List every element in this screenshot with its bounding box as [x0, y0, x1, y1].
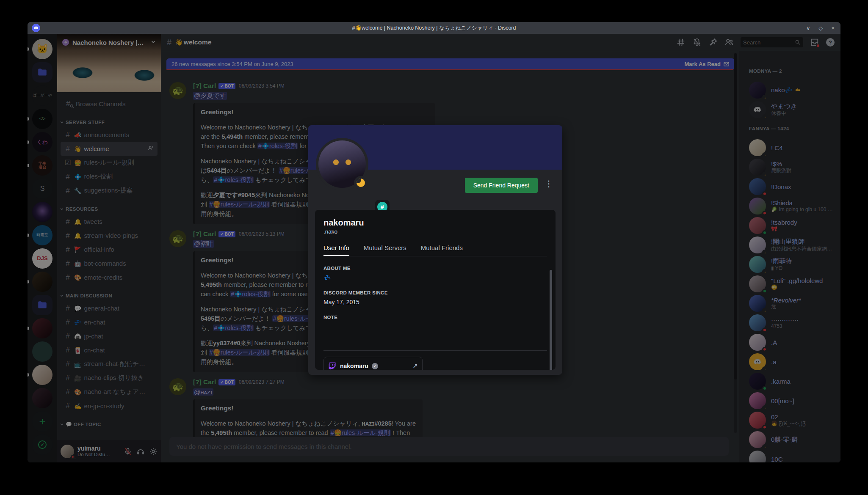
- member-row[interactable]: ! C4: [746, 138, 837, 157]
- message-avatar[interactable]: 🐢: [169, 378, 186, 395]
- notifications-muted-icon[interactable]: [692, 38, 702, 47]
- server-icon-shiguredo[interactable]: 時雨堂: [28, 225, 57, 245]
- member-row[interactable]: !tsabrody🎀: [746, 216, 837, 235]
- channel-link[interactable]: #💠roles-役割: [257, 143, 298, 149]
- note-input[interactable]: [323, 322, 547, 341]
- category-header[interactable]: MAIN DISCUSSION: [57, 292, 161, 301]
- inbox-icon[interactable]: [810, 38, 819, 47]
- channel-stream-chat[interactable]: #📺stream-chat-配信チ…: [61, 357, 158, 371]
- member-row[interactable]: 00[mo~]: [746, 391, 837, 410]
- threads-icon[interactable]: [676, 38, 686, 47]
- channel-bot-commands[interactable]: #🤖bot-commands: [61, 256, 158, 270]
- member-row[interactable]: 02👧 Ƹ(Ӿ_-~<-¸)Ʒ: [746, 410, 837, 430]
- mute-mic-icon[interactable]: [124, 447, 132, 456]
- channel-suggestions[interactable]: #🔧suggestions-提案: [61, 184, 158, 198]
- member-row[interactable]: .karma: [746, 371, 837, 391]
- channel-roles[interactable]: #💠roles-役割: [61, 170, 158, 184]
- member-row[interactable]: .A: [746, 333, 837, 352]
- mark-as-read-button[interactable]: Mark As Read: [685, 61, 730, 67]
- channel-link[interactable]: #💠roles-役割: [230, 291, 270, 297]
- server-icon-girl-dark[interactable]: [28, 388, 57, 408]
- member-row[interactable]: .a: [746, 352, 837, 371]
- channel-rules[interactable]: ☑🍔rules-ルール-規則: [61, 156, 158, 170]
- user-mention[interactable]: @褶叶: [193, 240, 214, 248]
- tab-mutual-friends[interactable]: Mutual Friends: [421, 244, 463, 256]
- minimize-button[interactable]: ∨: [806, 25, 810, 31]
- more-options-icon[interactable]: ⋮: [544, 179, 554, 192]
- server-icon-teal-server[interactable]: [28, 341, 57, 362]
- server-icon-add-server[interactable]: +: [28, 411, 57, 432]
- server-icon-meow-cat[interactable]: 🐱: [28, 39, 57, 59]
- member-row[interactable]: !Donax: [746, 177, 837, 196]
- member-row[interactable]: !雨菲特▮ YO: [746, 255, 837, 274]
- server-icon-girl-red[interactable]: [28, 318, 57, 338]
- channel-emote-credits[interactable]: #🎨emote-credits: [61, 270, 158, 284]
- help-icon[interactable]: ?: [826, 38, 835, 47]
- server-icon-kuwa[interactable]: くわ: [28, 132, 57, 152]
- server-icon-folder-1[interactable]: [28, 62, 57, 82]
- user-mention[interactable]: @ʜᴀᴢɪ: [193, 388, 213, 396]
- member-row[interactable]: !Shieda🥬 Im going to gib u 100 hugs …: [746, 196, 837, 216]
- tab-mutual-servers[interactable]: Mutual Servers: [364, 244, 406, 256]
- category-header[interactable]: RESOURCES: [57, 205, 161, 214]
- pin-icon[interactable]: [708, 38, 718, 47]
- tab-user-info[interactable]: User Info: [323, 244, 349, 256]
- deafen-icon[interactable]: [136, 447, 145, 456]
- server-icon-galaxy[interactable]: [28, 202, 57, 222]
- member-row[interactable]: "Loli" .gg/hololewd😳: [746, 274, 837, 294]
- channel-stream-video-pings[interactable]: #🔔stream-video-pings: [61, 228, 158, 242]
- send-friend-request-button[interactable]: Send Friend Request: [465, 178, 538, 193]
- member-row[interactable]: !開山里狼師由於此訊息不符合國家網路…: [746, 235, 837, 255]
- member-row[interactable]: !$%屁眼派對: [746, 157, 837, 177]
- member-row[interactable]: nako💤: [746, 80, 837, 100]
- search-input[interactable]: [743, 39, 795, 46]
- member-row[interactable]: 10C: [746, 449, 837, 462]
- channel-cn-chat[interactable]: #🀄cn-chat: [61, 343, 158, 357]
- server-icon-folder-2[interactable]: [28, 295, 57, 315]
- channel-general-chat[interactable]: #💬general-chat: [61, 301, 158, 315]
- maximize-button[interactable]: ◇: [818, 25, 823, 31]
- user-mention[interactable]: @夕夏です: [193, 92, 227, 100]
- server-icon-art-server[interactable]: [28, 272, 57, 292]
- close-button[interactable]: ×: [831, 25, 835, 31]
- server-icon-code-server[interactable]: </>: [28, 109, 57, 129]
- server-icon-djs[interactable]: DJS: [28, 248, 57, 269]
- message-author[interactable]: [?] Carl: [193, 230, 216, 238]
- channel-announcements[interactable]: #📣announcements: [61, 128, 158, 142]
- avatar[interactable]: [61, 445, 74, 458]
- scrollbar-thumb[interactable]: [550, 270, 552, 370]
- member-row[interactable]: ·············4753: [746, 313, 837, 333]
- user-info[interactable]: yuimaru Do Not Distu…: [77, 445, 120, 457]
- message-avatar[interactable]: 🐢: [169, 230, 186, 247]
- channel-welcome[interactable]: #👋welcome: [61, 142, 158, 156]
- profile-avatar[interactable]: [316, 138, 368, 190]
- category-header[interactable]: SERVER STUFF: [57, 118, 161, 128]
- server-header[interactable]: ⚘ Nachoneko Noshery |…: [57, 34, 161, 51]
- channel-tweets[interactable]: #🔔tweets: [61, 214, 158, 228]
- channel-link[interactable]: #🍔rules-ルール-規則: [330, 429, 391, 436]
- category-header[interactable]: 💬OFF TOPIC: [57, 421, 161, 430]
- member-row[interactable]: *Revolver*危: [746, 294, 837, 313]
- message-avatar[interactable]: 🐢: [169, 82, 186, 99]
- channel-en-chat[interactable]: #💤en-chat: [61, 315, 158, 329]
- server-icon-bagaya[interactable]: ばーがーや: [28, 85, 57, 106]
- channel-link[interactable]: #💠roles-役割: [213, 176, 253, 183]
- message-author[interactable]: [?] Carl: [193, 82, 216, 90]
- create-invite-icon[interactable]: [147, 145, 154, 153]
- browse-channels[interactable]: # Browse Channels: [61, 96, 158, 111]
- server-icon-girl-white[interactable]: [28, 365, 57, 385]
- member-list-icon[interactable]: [724, 38, 734, 47]
- server-icon-explore[interactable]: [28, 434, 57, 455]
- server-icon-s-server[interactable]: S: [28, 179, 57, 199]
- server-icon-gakusei-network[interactable]: 学生 連合: [28, 155, 57, 176]
- channel-link[interactable]: #🍔rules-ルール-規則: [209, 201, 270, 208]
- message-author[interactable]: [?] Carl: [193, 378, 216, 386]
- channel-jp-chat[interactable]: #🍙jp-chat: [61, 329, 158, 343]
- scrollbar-thumb[interactable]: [734, 53, 737, 380]
- channel-link[interactable]: #💠roles-役割: [213, 324, 253, 331]
- channel-official-info[interactable]: #🚩official-info: [61, 242, 158, 256]
- twitch-connection[interactable]: nakomaru ✓ ↗: [323, 357, 423, 370]
- member-row[interactable]: 0麒-零-麟: [746, 430, 837, 449]
- channel-nacho-art[interactable]: #🎨nacho-art-なちょア…: [61, 385, 158, 399]
- settings-gear-icon[interactable]: [149, 447, 158, 456]
